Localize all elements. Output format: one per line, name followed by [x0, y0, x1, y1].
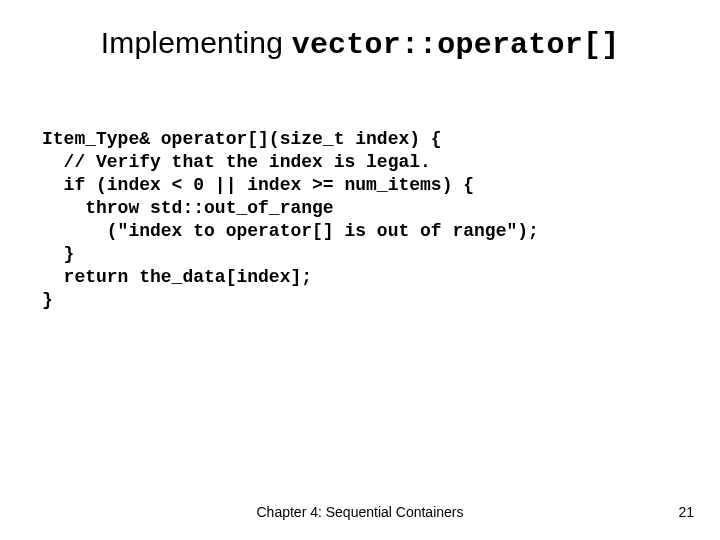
code-line-4: throw std::out_of_range — [42, 198, 334, 218]
code-line-3: if (index < 0 || index >= num_items) { — [42, 175, 474, 195]
title-code-text: vector::operator[] — [292, 28, 620, 62]
title-plain-text: Implementing — [101, 26, 292, 59]
slide-title: Implementing vector::operator[] — [0, 26, 720, 62]
footer-chapter: Chapter 4: Sequential Containers — [0, 504, 720, 520]
slide: Implementing vector::operator[] Item_Typ… — [0, 0, 720, 540]
code-line-5: ("index to operator[] is out of range"); — [42, 221, 539, 241]
code-line-1: Item_Type& operator[](size_t index) { — [42, 129, 442, 149]
code-line-7: return the_data[index]; — [42, 267, 312, 287]
code-block: Item_Type& operator[](size_t index) { //… — [42, 128, 678, 312]
code-line-8: } — [42, 290, 53, 310]
code-line-2: // Verify that the index is legal. — [42, 152, 431, 172]
footer-page-number: 21 — [678, 504, 694, 520]
code-line-6: } — [42, 244, 74, 264]
